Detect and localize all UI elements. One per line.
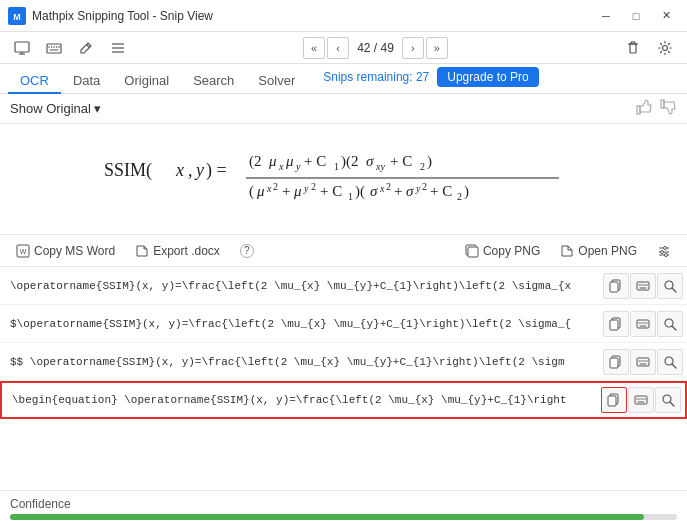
svg-rect-17 <box>630 44 636 53</box>
window-title: Mathpix Snipping Tool - Snip View <box>32 9 593 23</box>
copy-msword-label: Copy MS Word <box>34 244 115 258</box>
copy-msword-button[interactable]: W Copy MS Word <box>8 241 123 261</box>
svg-line-117 <box>670 402 674 406</box>
help-button[interactable]: ? <box>232 241 262 261</box>
svg-rect-5 <box>47 44 61 53</box>
keyboard-small-icon <box>636 279 650 293</box>
first-page-button[interactable]: « <box>303 37 325 59</box>
confidence-section: Confidence <box>0 490 687 524</box>
keyboard-icon-btn[interactable] <box>40 36 68 60</box>
code-row[interactable]: \operatorname{SSIM}(x, y)=\frac{\left(2 … <box>0 267 687 305</box>
keyboard-button-1[interactable] <box>630 273 656 299</box>
svg-point-71 <box>664 246 667 249</box>
chevron-down-icon: ▾ <box>94 101 101 116</box>
search-button-3[interactable] <box>657 349 683 375</box>
pen-icon-btn[interactable] <box>72 36 100 60</box>
code-row[interactable]: $$ \operatorname{SSIM}(x, y)=\frac{\left… <box>0 343 687 381</box>
svg-rect-23 <box>661 100 664 108</box>
keyboard-button-2[interactable] <box>630 311 656 337</box>
svg-text:+: + <box>394 183 402 199</box>
tab-data[interactable]: Data <box>61 69 112 94</box>
keyboard-button-4[interactable] <box>628 387 654 413</box>
svg-rect-22 <box>637 106 640 114</box>
svg-rect-97 <box>610 358 618 368</box>
svg-text:)(2: )(2 <box>341 153 359 170</box>
keyboard-small-icon <box>634 393 648 407</box>
keyboard-small-icon <box>636 355 650 369</box>
svg-text:2: 2 <box>311 181 316 192</box>
msword-icon: W <box>16 244 30 258</box>
svg-text:(2: (2 <box>249 153 262 170</box>
search-icon <box>661 393 675 407</box>
main-content: Show Original ▾ SSIM( x , <box>0 94 687 524</box>
svg-text:1: 1 <box>348 191 353 202</box>
monitor-icon-btn[interactable] <box>8 36 36 60</box>
settings-icon <box>657 40 673 56</box>
page-count: 42 / 49 <box>351 41 400 55</box>
tab-solver[interactable]: Solver <box>246 69 307 94</box>
open-png-button[interactable]: Open PNG <box>552 241 645 261</box>
svg-text:y: y <box>295 161 301 172</box>
keyboard-icon <box>46 40 62 56</box>
search-button-4[interactable] <box>655 387 681 413</box>
svg-text:M: M <box>13 12 21 22</box>
export-docx-label: Export .docx <box>153 244 220 258</box>
png-settings-button[interactable] <box>649 241 679 261</box>
copy-button-3[interactable] <box>603 349 629 375</box>
svg-text:)(: )( <box>355 183 365 200</box>
svg-text:x: x <box>175 160 184 180</box>
thumbs-up-button[interactable] <box>635 98 653 120</box>
next-page-button[interactable]: › <box>402 37 424 59</box>
copy-button-2[interactable] <box>603 311 629 337</box>
search-icon <box>663 279 677 293</box>
svg-text:): ) <box>464 183 469 200</box>
clipboard-icon <box>609 355 623 369</box>
upgrade-button[interactable]: Upgrade to Pro <box>437 67 538 87</box>
svg-text:μ: μ <box>256 183 265 199</box>
svg-text:+ C: + C <box>430 183 452 199</box>
prev-page-button[interactable]: ‹ <box>327 37 349 59</box>
copy-button-4-selected[interactable] <box>601 387 627 413</box>
toolbar: « ‹ 42 / 49 › » <box>0 32 687 64</box>
feedback-icons <box>635 98 677 120</box>
export-docx-button[interactable]: Export .docx <box>127 241 228 261</box>
svg-text:+ C: + C <box>320 183 342 199</box>
snips-remaining-label: Snips remaining: 27 <box>323 70 429 84</box>
search-button-2[interactable] <box>657 311 683 337</box>
svg-line-84 <box>672 288 676 292</box>
export-icon <box>135 244 149 258</box>
svg-rect-86 <box>610 320 618 330</box>
show-original-button[interactable]: Show Original ▾ <box>10 101 101 116</box>
tab-original[interactable]: Original <box>112 69 181 94</box>
svg-text:,: , <box>188 160 193 180</box>
code-row-selected[interactable]: \begin{equation} \operatorname{SSIM}(x, … <box>0 381 687 419</box>
trash-icon <box>625 40 641 56</box>
keyboard-button-3[interactable] <box>630 349 656 375</box>
open-png-label: Open PNG <box>578 244 637 258</box>
tab-ocr[interactable]: OCR <box>8 69 61 94</box>
last-page-button[interactable]: » <box>426 37 448 59</box>
tab-search[interactable]: Search <box>181 69 246 94</box>
copy-png-button[interactable]: Copy PNG <box>457 241 548 261</box>
svg-text:y: y <box>303 183 309 194</box>
row-icons-3 <box>603 349 683 375</box>
settings-icon-btn[interactable] <box>651 36 679 60</box>
svg-text:+ C: + C <box>304 153 326 169</box>
svg-point-72 <box>661 250 664 253</box>
svg-text:x: x <box>379 183 385 194</box>
menu-icon <box>110 40 126 56</box>
search-button-1[interactable] <box>657 273 683 299</box>
trash-icon-btn[interactable] <box>619 36 647 60</box>
close-button[interactable]: ✕ <box>653 6 679 26</box>
svg-text:2: 2 <box>386 181 391 192</box>
minimize-button[interactable]: ─ <box>593 6 619 26</box>
show-original-label: Show Original <box>10 101 91 116</box>
maximize-button[interactable]: □ <box>623 6 649 26</box>
svg-text:μ: μ <box>285 153 294 169</box>
svg-line-95 <box>672 326 676 330</box>
menu-icon-btn[interactable] <box>104 36 132 60</box>
thumbs-down-button[interactable] <box>659 98 677 120</box>
svg-text:SSIM(: SSIM( <box>104 160 152 181</box>
code-row[interactable]: $\operatorname{SSIM}(x, y)=\frac{\left(2… <box>0 305 687 343</box>
copy-button-1[interactable] <box>603 273 629 299</box>
